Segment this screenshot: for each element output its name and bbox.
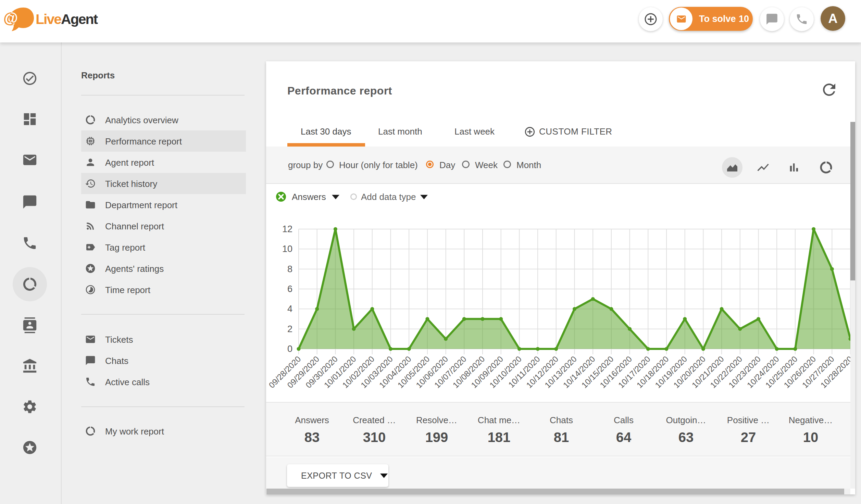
svg-text:6: 6 — [287, 284, 292, 294]
svg-text:@: @ — [3, 10, 18, 26]
svg-text:2: 2 — [287, 324, 292, 334]
svg-text:0: 0 — [287, 344, 292, 354]
svg-text:4: 4 — [287, 304, 292, 314]
svg-text:12: 12 — [282, 224, 292, 234]
svg-text:10: 10 — [282, 244, 292, 254]
svg-text:8: 8 — [287, 264, 292, 274]
